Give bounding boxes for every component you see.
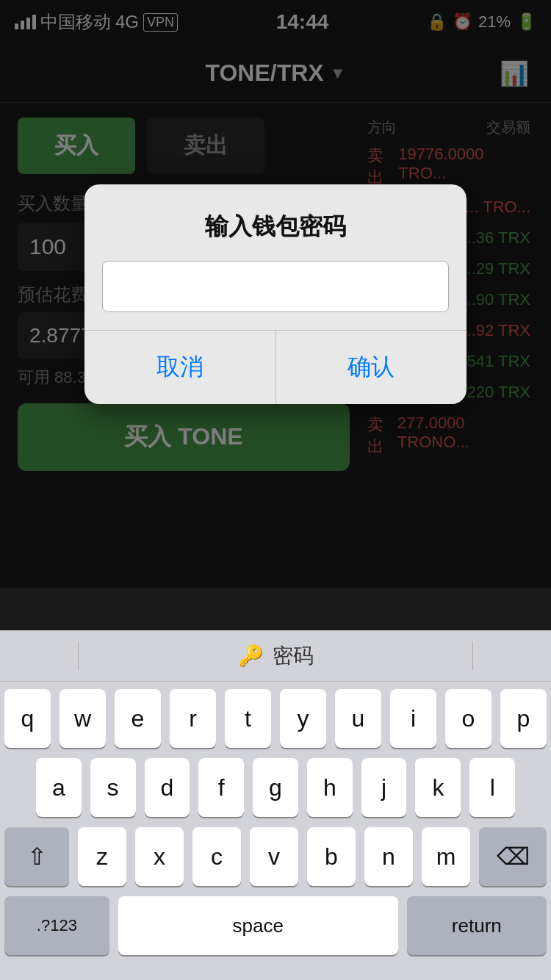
password-modal: 输入钱包密码 取消 确认 — [84, 184, 467, 404]
suggestion-divider-right — [472, 641, 473, 670]
keyboard-row-1: q w e r t y u i o p — [4, 689, 547, 748]
key-s[interactable]: s — [90, 758, 136, 817]
return-key[interactable]: return — [407, 896, 547, 955]
shift-key[interactable]: ⇧ — [4, 827, 69, 886]
delete-key[interactable]: ⌫ — [479, 827, 547, 886]
key-p[interactable]: p — [500, 689, 547, 748]
key-a[interactable]: a — [36, 758, 82, 817]
modal-overlay: 输入钱包密码 取消 确认 — [0, 0, 551, 588]
keyboard-suggestion: 🔑 密码 — [238, 642, 314, 670]
modal-buttons: 取消 确认 — [84, 330, 467, 404]
keyboard: 🔑 密码 q w e r t y u i o p a s d f g h j — [0, 630, 551, 980]
key-f[interactable]: f — [198, 758, 244, 817]
keyboard-rows: q w e r t y u i o p a s d f g h j k l ⇧ — [0, 682, 551, 955]
key-c[interactable]: c — [192, 827, 241, 886]
key-e[interactable]: e — [115, 689, 161, 748]
key-b[interactable]: b — [307, 827, 356, 886]
key-y[interactable]: y — [280, 689, 326, 748]
key-o[interactable]: o — [445, 689, 491, 748]
key-q[interactable]: q — [4, 689, 51, 748]
key-u[interactable]: u — [335, 689, 381, 748]
space-key[interactable]: space — [118, 896, 398, 955]
modal-title: 输入钱包密码 — [84, 184, 467, 261]
key-r[interactable]: r — [170, 689, 216, 748]
key-j[interactable]: j — [361, 758, 407, 817]
key-z[interactable]: z — [78, 827, 126, 886]
keyboard-row-3: ⇧ z x c v b n m ⌫ — [4, 827, 547, 886]
key-w[interactable]: w — [60, 689, 106, 748]
key-h[interactable]: h — [307, 758, 353, 817]
symbols-key[interactable]: .?123 — [4, 896, 109, 955]
key-d[interactable]: d — [145, 758, 190, 817]
password-input[interactable] — [102, 261, 449, 312]
key-g[interactable]: g — [253, 758, 298, 817]
key-m[interactable]: m — [422, 827, 470, 886]
key-icon: 🔑 — [238, 644, 264, 668]
key-x[interactable]: x — [135, 827, 184, 886]
keyboard-suggestion-bar: 🔑 密码 — [0, 630, 551, 682]
keyboard-row-2: a s d f g h j k l — [4, 758, 547, 817]
suggestion-divider-left — [78, 641, 79, 670]
key-k[interactable]: k — [415, 758, 461, 817]
key-v[interactable]: v — [250, 827, 298, 886]
keyboard-row-4: .?123 space return — [4, 896, 547, 955]
cancel-button[interactable]: 取消 — [84, 331, 276, 404]
suggestion-text: 密码 — [273, 642, 314, 670]
key-i[interactable]: i — [390, 689, 436, 748]
confirm-button[interactable]: 确认 — [276, 331, 467, 404]
key-t[interactable]: t — [225, 689, 271, 748]
key-l[interactable]: l — [469, 758, 515, 817]
modal-input-wrapper — [84, 261, 467, 330]
key-n[interactable]: n — [364, 827, 413, 886]
